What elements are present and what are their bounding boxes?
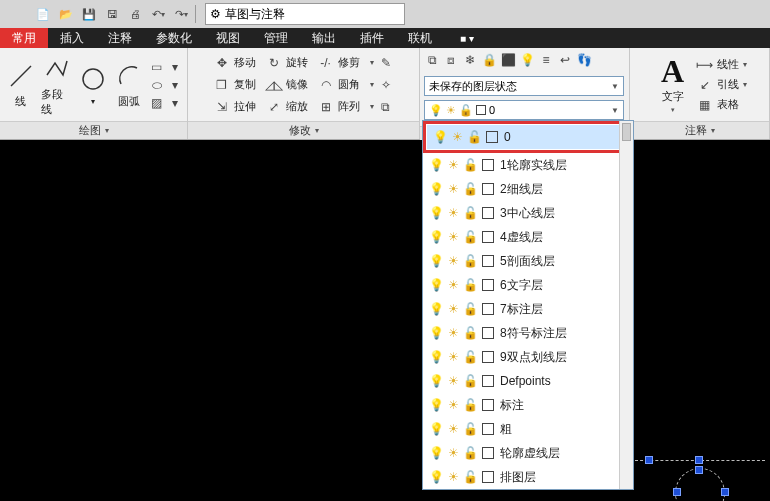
sun-icon[interactable]: ☀ bbox=[448, 446, 459, 460]
undo-icon[interactable]: ↶▾ bbox=[147, 3, 169, 25]
color-swatch[interactable] bbox=[482, 207, 494, 219]
move-button[interactable]: ✥移动↻旋转-/·修剪▾✎ bbox=[214, 54, 394, 72]
sun-icon[interactable]: ☀ bbox=[448, 302, 459, 316]
layer-combo[interactable]: 💡 ☀ 🔓 0 ▼ bbox=[424, 100, 624, 120]
quick-access-toolbar[interactable]: 📄 📂 💾 🖫 🖨 ↶▾ ↷▾ ⚙ 草图与注释 bbox=[0, 0, 770, 28]
layer-row[interactable]: 💡☀🔓排图层 bbox=[423, 465, 633, 489]
bulb-icon[interactable]: 💡 bbox=[429, 158, 444, 172]
tab-insert[interactable]: 插入 bbox=[48, 28, 96, 48]
text-button[interactable]: A 文字▾ bbox=[653, 55, 693, 114]
drawing-canvas[interactable] bbox=[0, 140, 770, 501]
sun-icon[interactable]: ☀ bbox=[448, 374, 459, 388]
layer-row[interactable]: 💡☀🔓6文字层 bbox=[423, 273, 633, 297]
layermatch-icon[interactable]: ≡ bbox=[538, 52, 554, 68]
sun-icon[interactable]: ☀ bbox=[448, 230, 459, 244]
unlock-icon[interactable]: 🔓 bbox=[463, 182, 478, 196]
bulb-icon[interactable]: 💡 bbox=[429, 470, 444, 484]
unlock-icon[interactable]: 🔓 bbox=[463, 230, 478, 244]
color-swatch[interactable] bbox=[482, 351, 494, 363]
saveas-icon[interactable]: 🖫 bbox=[101, 3, 123, 25]
tab-manage[interactable]: 管理 bbox=[252, 28, 300, 48]
layerfreeze-icon[interactable]: ❄ bbox=[462, 52, 478, 68]
save-icon[interactable]: 💾 bbox=[78, 3, 100, 25]
layerlock-icon[interactable]: 🔒 bbox=[481, 52, 497, 68]
unlock-icon[interactable]: 🔓 bbox=[467, 130, 482, 144]
sun-icon[interactable]: ☀ bbox=[448, 398, 459, 412]
layer-row[interactable]: 💡☀🔓1轮廓实线层 bbox=[423, 153, 633, 177]
scrollbar-thumb[interactable] bbox=[622, 123, 631, 141]
unlock-icon[interactable]: 🔓 bbox=[463, 206, 478, 220]
table-button[interactable]: ▦表格 bbox=[697, 96, 747, 114]
tab-parametric[interactable]: 参数化 bbox=[144, 28, 204, 48]
modify-group-label[interactable]: 修改▾ bbox=[188, 121, 419, 139]
layeroff-icon[interactable]: 💡 bbox=[519, 52, 535, 68]
color-swatch[interactable] bbox=[482, 375, 494, 387]
layer-row[interactable]: 💡☀🔓4虚线层 bbox=[423, 225, 633, 249]
unlock-icon[interactable]: 🔓 bbox=[463, 158, 478, 172]
annotate-group-label[interactable]: 注释▾ bbox=[630, 121, 769, 139]
layer-row[interactable]: 💡☀🔓Defpoints bbox=[423, 369, 633, 393]
circle-button[interactable]: ▾ bbox=[77, 63, 109, 106]
leader-button[interactable]: ↙引线▾ bbox=[697, 76, 747, 94]
bulb-icon[interactable]: 💡 bbox=[429, 446, 444, 460]
color-swatch[interactable] bbox=[482, 255, 494, 267]
sun-icon[interactable]: ☀ bbox=[448, 326, 459, 340]
layer-row[interactable]: 💡☀🔓粗 bbox=[423, 417, 633, 441]
layer-state-combo[interactable]: 未保存的图层状态 ▼ bbox=[424, 76, 624, 96]
layerstate-icon[interactable]: ⧉ bbox=[424, 52, 440, 68]
layercolor-icon[interactable]: ⬛ bbox=[500, 52, 516, 68]
color-swatch[interactable] bbox=[482, 423, 494, 435]
tab-output[interactable]: 输出 bbox=[300, 28, 348, 48]
layerwalk-icon[interactable]: 👣 bbox=[576, 52, 592, 68]
layer-row[interactable]: 💡☀🔓标注 bbox=[423, 393, 633, 417]
sun-icon[interactable]: ☀ bbox=[448, 278, 459, 292]
tab-online[interactable]: 联机 bbox=[396, 28, 444, 48]
unlock-icon[interactable]: 🔓 bbox=[463, 446, 478, 460]
bulb-icon[interactable]: 💡 bbox=[429, 398, 444, 412]
color-swatch[interactable] bbox=[482, 399, 494, 411]
selection-grips[interactable] bbox=[635, 450, 765, 501]
arc-button[interactable]: 圆弧 bbox=[113, 60, 145, 109]
dim-linear-button[interactable]: ⟼线性▾ bbox=[697, 56, 747, 74]
draw-group-label[interactable]: 绘图▾ bbox=[0, 121, 187, 139]
new-icon[interactable]: 📄 bbox=[32, 3, 54, 25]
color-swatch[interactable] bbox=[482, 303, 494, 315]
open-icon[interactable]: 📂 bbox=[55, 3, 77, 25]
sun-icon[interactable]: ☀ bbox=[448, 158, 459, 172]
print-icon[interactable]: 🖨 bbox=[124, 3, 146, 25]
sun-icon[interactable]: ☀ bbox=[448, 470, 459, 484]
bulb-icon[interactable]: 💡 bbox=[429, 374, 444, 388]
bulb-icon[interactable]: 💡 bbox=[429, 302, 444, 316]
ellipse-icon[interactable]: ⬭ bbox=[149, 77, 165, 93]
unlock-icon[interactable]: 🔓 bbox=[463, 326, 478, 340]
tab-view[interactable]: 视图 bbox=[204, 28, 252, 48]
layer-row[interactable]: 💡☀🔓2细线层 bbox=[423, 177, 633, 201]
hatch-icon[interactable]: ▨ bbox=[149, 95, 165, 111]
sun-icon[interactable]: ☀ bbox=[448, 182, 459, 196]
layer-row[interactable]: 💡☀🔓7标注层 bbox=[423, 297, 633, 321]
layer-dropdown[interactable]: 💡 ☀ 🔓 0 💡☀🔓1轮廓实线层💡☀🔓2细线层💡☀🔓3中心线层💡☀🔓4虚线层💡… bbox=[422, 120, 634, 490]
redo-icon[interactable]: ↷▾ bbox=[170, 3, 192, 25]
unlock-icon[interactable]: 🔓 bbox=[463, 278, 478, 292]
color-swatch[interactable] bbox=[482, 279, 494, 291]
copy-button[interactable]: ❐复制◿◺镜像◠圆角▾✧ bbox=[214, 76, 394, 94]
layer-row[interactable]: 💡☀🔓9双点划线层 bbox=[423, 345, 633, 369]
color-swatch[interactable] bbox=[482, 471, 494, 483]
layer-row[interactable]: 💡☀🔓8符号标注层 bbox=[423, 321, 633, 345]
sun-icon[interactable]: ☀ bbox=[448, 422, 459, 436]
unlock-icon[interactable]: 🔓 bbox=[463, 422, 478, 436]
bulb-icon[interactable]: 💡 bbox=[429, 206, 444, 220]
color-swatch[interactable] bbox=[482, 327, 494, 339]
color-swatch[interactable] bbox=[482, 447, 494, 459]
tab-plugins[interactable]: 插件 bbox=[348, 28, 396, 48]
sun-icon[interactable]: ☀ bbox=[448, 350, 459, 364]
color-swatch[interactable] bbox=[482, 183, 494, 195]
bulb-icon[interactable]: 💡 bbox=[429, 230, 444, 244]
unlock-icon[interactable]: 🔓 bbox=[463, 254, 478, 268]
unlock-icon[interactable]: 🔓 bbox=[463, 350, 478, 364]
layerprev-icon[interactable]: ↩ bbox=[557, 52, 573, 68]
tab-annotate[interactable]: 注释 bbox=[96, 28, 144, 48]
unlock-icon[interactable]: 🔓 bbox=[463, 398, 478, 412]
layer-row[interactable]: 💡☀🔓轮廓虚线层 bbox=[423, 441, 633, 465]
unlock-icon[interactable]: 🔓 bbox=[463, 374, 478, 388]
